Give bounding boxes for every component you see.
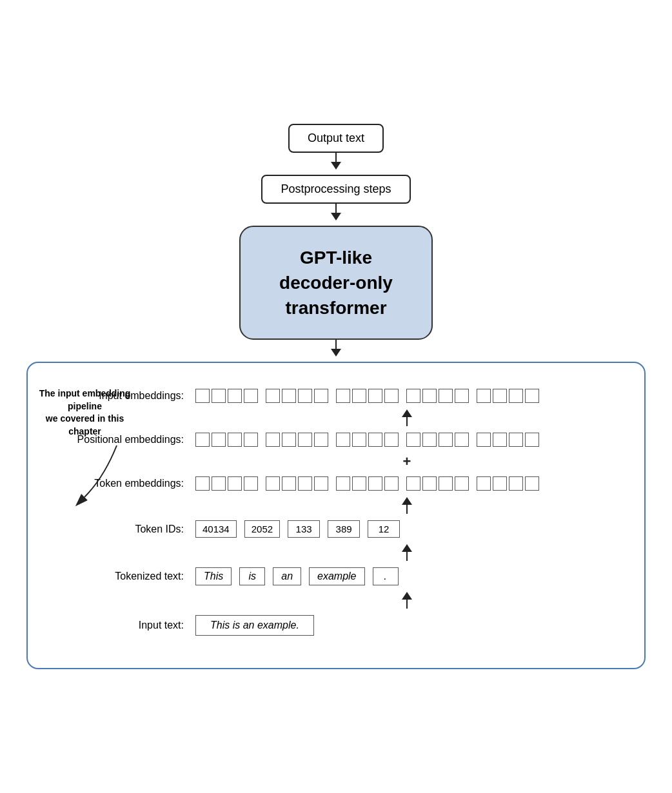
embed-cell xyxy=(298,389,312,403)
embed-cell xyxy=(314,476,328,491)
embed-cell xyxy=(314,389,328,403)
embed-cell xyxy=(282,389,296,403)
token-embeddings-content xyxy=(195,476,618,491)
embed-cell xyxy=(212,433,226,447)
embed-cell xyxy=(406,433,420,447)
token-text-2: an xyxy=(273,567,301,585)
embed-cell xyxy=(266,433,280,447)
bottom-spacer xyxy=(54,642,618,649)
embed-to-gpt-arrow xyxy=(54,409,618,426)
tok-embed-group-5 xyxy=(477,476,539,491)
token-text-3: example xyxy=(309,567,364,585)
embed-cell xyxy=(384,476,399,491)
embed-group-4 xyxy=(406,389,469,403)
token-ids-row: Token IDs: 40134 2052 133 389 xyxy=(54,520,618,538)
input-text-row: Input text: This is an example. xyxy=(54,615,618,636)
embed-cell xyxy=(384,433,399,447)
input-embeddings-content xyxy=(195,389,618,403)
arrow-head-2 xyxy=(331,213,341,220)
embed-cell xyxy=(336,389,350,403)
annotation-arrow-svg xyxy=(78,445,155,510)
gpt-transformer-label: GPT-likedecoder-onlytransformer xyxy=(279,248,393,318)
embed-cell xyxy=(509,389,523,403)
input-text-content: This is an example. xyxy=(195,615,618,636)
embed-cell xyxy=(212,476,226,491)
embed-cell xyxy=(195,389,210,403)
arrow-line-input xyxy=(406,600,408,609)
embed-cell xyxy=(244,389,258,403)
embed-cell xyxy=(493,389,507,403)
embed-cell xyxy=(212,389,226,403)
token-ids-content: 40134 2052 133 389 12 xyxy=(195,520,618,538)
pos-embed-group-4 xyxy=(406,433,469,447)
main-container: Output text Postprocessing steps GPT-lik… xyxy=(14,104,658,689)
pos-embed-group-1 xyxy=(195,433,258,447)
tok-embed-group-3 xyxy=(336,476,399,491)
embed-cell xyxy=(352,476,366,491)
tokenized-text-row: Tokenized text: This is an example xyxy=(54,567,618,585)
arrow-head-up-text xyxy=(402,544,412,552)
embed-cell xyxy=(422,389,437,403)
token-id-3: 389 xyxy=(328,520,360,538)
postprocessing-box: Postprocessing steps xyxy=(261,175,410,204)
embed-cell xyxy=(406,389,420,403)
embed-cell xyxy=(477,433,491,447)
postprocessing-label: Postprocessing steps xyxy=(281,182,391,195)
embed-cell xyxy=(477,476,491,491)
embed-cell xyxy=(477,389,491,403)
annotation-label: The input embedding pipelinewe covered i… xyxy=(32,387,138,438)
embed-group-2 xyxy=(266,389,328,403)
embed-cell xyxy=(228,433,242,447)
output-flow: Output text Postprocessing steps GPT-lik… xyxy=(239,124,433,362)
token-id-4: 12 xyxy=(368,520,400,538)
embed-group-1 xyxy=(195,389,258,403)
embed-cell xyxy=(368,476,382,491)
embed-cell xyxy=(244,476,258,491)
embed-cell xyxy=(195,433,210,447)
embed-cell xyxy=(282,476,296,491)
token-id-2: 133 xyxy=(288,520,320,538)
tokentext-to-ids-arrow xyxy=(54,544,618,561)
arrow-line-text xyxy=(406,552,408,561)
embed-cell xyxy=(509,433,523,447)
embed-cell xyxy=(368,433,382,447)
embed-cell xyxy=(493,433,507,447)
positional-embeddings-row: Positional embeddings: xyxy=(54,433,618,447)
embed-cell xyxy=(525,476,539,491)
arrow-line-tok xyxy=(406,505,408,514)
embed-group-3 xyxy=(336,389,399,403)
embed-cell xyxy=(384,389,399,403)
tok-embed-group-1 xyxy=(195,476,258,491)
arrow-line-1 xyxy=(335,153,337,162)
arrow-head-up-embed xyxy=(402,409,412,417)
embed-cell xyxy=(422,433,437,447)
embed-cell xyxy=(493,476,507,491)
token-ids-label: Token IDs: xyxy=(54,524,195,535)
arrow-line-2 xyxy=(335,204,337,213)
gpt-transformer-box: GPT-likedecoder-onlytransformer xyxy=(239,226,433,340)
embed-cell xyxy=(298,433,312,447)
embed-cell xyxy=(228,389,242,403)
embed-cell xyxy=(336,433,350,447)
pipeline-section-wrapper: The input embedding pipelinewe covered i… xyxy=(26,362,646,669)
output-text-label: Output text xyxy=(308,132,364,144)
embed-cell xyxy=(439,433,453,447)
full-wrapper: Output text Postprocessing steps GPT-lik… xyxy=(26,124,646,670)
embed-cell xyxy=(455,433,469,447)
tok-embed-group-4 xyxy=(406,476,469,491)
output-text-box: Output text xyxy=(288,124,384,153)
positional-embeddings-content xyxy=(195,433,618,447)
inputtext-to-tokenized-arrow xyxy=(54,592,618,609)
input-text-box: This is an example. xyxy=(195,615,314,636)
token-id-0: 40134 xyxy=(195,520,237,538)
token-id-1: 2052 xyxy=(244,520,280,538)
embed-cell xyxy=(195,476,210,491)
arrow-head-3 xyxy=(331,349,341,357)
pos-embed-group-2 xyxy=(266,433,328,447)
arrow-head-up-tok xyxy=(402,497,412,505)
top-area: Output text Postprocessing steps GPT-lik… xyxy=(26,124,646,362)
arrow-head-up-input xyxy=(402,592,412,600)
arrow-line-embed xyxy=(406,417,408,426)
embed-group-5 xyxy=(477,389,539,403)
pos-embed-group-5 xyxy=(477,433,539,447)
